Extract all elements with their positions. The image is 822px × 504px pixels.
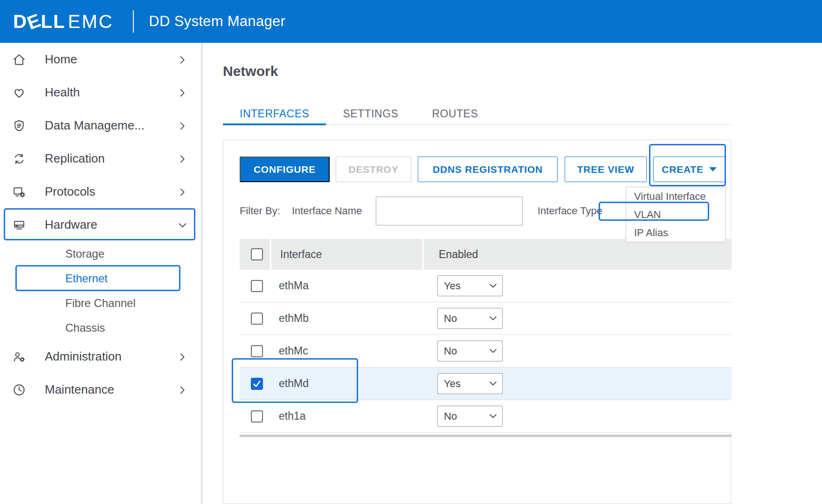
sidebar-subitem-label: Storage: [65, 247, 104, 260]
chevron-down-icon: [490, 284, 497, 288]
sidebar-item-ethernet[interactable]: Ethernet: [0, 266, 201, 291]
table-header-row: Interface Enabled: [240, 239, 732, 270]
enabled-cell: No: [422, 341, 732, 361]
row-checkbox[interactable]: [251, 313, 263, 325]
tab-routes[interactable]: ROUTES: [415, 103, 495, 124]
row-checkbox[interactable]: [251, 410, 263, 422]
sidebar-item-hardware[interactable]: Hardware: [0, 208, 201, 241]
interface-name: ethMb: [270, 312, 422, 325]
tab-settings[interactable]: SETTINGS: [326, 103, 415, 124]
heart-icon: [12, 86, 26, 100]
sidebar-item-administration[interactable]: Administration: [0, 340, 201, 373]
chevron-down-icon: [490, 414, 497, 418]
sidebar-subitem-label: Fibre Channel: [65, 297, 136, 310]
sync-icon: [12, 152, 26, 166]
sidebar-item-fibre-channel[interactable]: Fibre Channel: [0, 291, 201, 315]
ddns-registration-button[interactable]: DDNS REGISTRATION: [418, 157, 558, 182]
table-row-ethMd: ethMd Yes: [240, 368, 732, 400]
enabled-cell: No: [422, 308, 732, 329]
interface-name: eth1a: [270, 410, 422, 422]
enabled-select-value: No: [444, 410, 457, 422]
table-row-ethMc: ethMc No: [240, 335, 732, 368]
chevron-down-icon: [490, 316, 497, 320]
enabled-cell: Yes: [422, 275, 732, 296]
horizontal-scrollbar-track[interactable]: [240, 435, 732, 437]
chevron-down-icon: [490, 381, 497, 386]
filter-by-label: Filter By:: [240, 205, 280, 217]
enabled-select[interactable]: No: [437, 406, 503, 427]
protocols-icon: [12, 185, 26, 199]
sidebar-item-storage[interactable]: Storage: [0, 241, 201, 266]
chevron-right-icon: [177, 88, 187, 98]
enabled-select[interactable]: No: [437, 308, 503, 329]
admin-icon: [12, 350, 26, 364]
destroy-button[interactable]: DESTROY: [336, 157, 411, 182]
caret-down-icon: [709, 167, 717, 171]
enabled-select-value: Yes: [444, 280, 461, 292]
sidebar-item-label: Health: [45, 85, 80, 100]
interface-name-label: Interface Name: [292, 205, 362, 217]
tab-interfaces[interactable]: INTERFACES: [223, 103, 326, 124]
dell-emc-logo: DELL EMC: [13, 11, 113, 32]
tab-label: ROUTES: [432, 108, 478, 120]
sidebar-item-data-management[interactable]: Data Manageme...: [0, 109, 201, 142]
create-button[interactable]: CREATE: [653, 157, 725, 182]
menu-item-virtual-interface[interactable]: Virtual Interface: [626, 187, 725, 205]
create-dropdown-menu: Virtual Interface VLAN IP Alias: [626, 187, 726, 242]
enabled-select[interactable]: No: [437, 341, 503, 361]
interface-name: ethMa: [270, 279, 422, 292]
chevron-right-icon: [177, 352, 187, 362]
destroy-button-label: DESTROY: [348, 164, 398, 175]
enabled-select-value: No: [444, 313, 457, 325]
sidebar-item-health[interactable]: Health: [0, 76, 201, 109]
chevron-right-icon: [177, 54, 187, 65]
sidebar-item-label: Data Manageme...: [45, 118, 145, 133]
configure-button[interactable]: CONFIGURE: [240, 157, 330, 182]
sidebar-item-label: Home: [45, 52, 77, 67]
interfaces-panel: CONFIGURE DESTROY DDNS REGISTRATION TREE…: [223, 140, 731, 504]
menu-item-label: VLAN: [634, 209, 661, 221]
header-checkbox-cell: [240, 239, 270, 270]
interface-name: ethMc: [270, 345, 422, 357]
tree-view-button-label: TREE VIEW: [577, 164, 635, 175]
interface-type-label: Interface Type: [538, 205, 602, 217]
row-checkbox[interactable]: [251, 378, 263, 390]
sidebar-subitem-label: Ethernet: [65, 272, 108, 285]
menu-item-label: IP Alias: [634, 227, 668, 239]
enabled-select[interactable]: Yes: [437, 275, 503, 296]
column-header-enabled: Enabled: [422, 239, 732, 270]
sidebar-item-label: Maintenance: [45, 382, 114, 397]
select-all-checkbox[interactable]: [251, 248, 263, 260]
sidebar-item-replication[interactable]: Replication: [0, 142, 201, 175]
interface-name: ethMd: [270, 377, 422, 390]
enabled-select[interactable]: Yes: [437, 373, 503, 394]
chevron-right-icon: [177, 385, 187, 395]
sidebar-item-label: Replication: [45, 151, 105, 166]
interface-name-input[interactable]: [376, 197, 523, 225]
app-title: DD System Manager: [149, 13, 285, 30]
enabled-cell: No: [422, 406, 732, 427]
clock-icon: [12, 383, 26, 397]
table-row-ethMa: ethMa Yes: [240, 270, 732, 302]
tab-bar: INTERFACES SETTINGS ROUTES: [223, 103, 731, 125]
menu-item-vlan[interactable]: VLAN: [626, 205, 725, 224]
sidebar-item-maintenance[interactable]: Maintenance: [0, 373, 201, 406]
enabled-cell: Yes: [422, 373, 732, 394]
tree-view-button[interactable]: TREE VIEW: [565, 157, 647, 182]
row-checkbox[interactable]: [251, 345, 263, 357]
home-icon: [12, 53, 26, 67]
sidebar-item-protocols[interactable]: Protocols: [0, 175, 201, 208]
tab-label: INTERFACES: [240, 108, 309, 120]
row-checkbox[interactable]: [251, 280, 263, 292]
table-row-eth1a: eth1a No: [240, 400, 732, 433]
sidebar-item-home[interactable]: Home: [0, 43, 201, 76]
sidebar-item-chassis[interactable]: Chassis: [0, 315, 201, 340]
create-button-label: CREATE: [662, 164, 704, 175]
page-title: Network: [223, 63, 278, 79]
sidebar-item-label: Administration: [45, 349, 122, 364]
menu-item-ip-alias[interactable]: IP Alias: [626, 224, 725, 242]
sidebar-item-label: Hardware: [45, 218, 97, 232]
emc-wordmark: EMC: [68, 11, 113, 32]
main-content: Network INTERFACES SETTINGS ROUTES CONFI…: [203, 43, 822, 504]
chevron-right-icon: [177, 154, 187, 164]
